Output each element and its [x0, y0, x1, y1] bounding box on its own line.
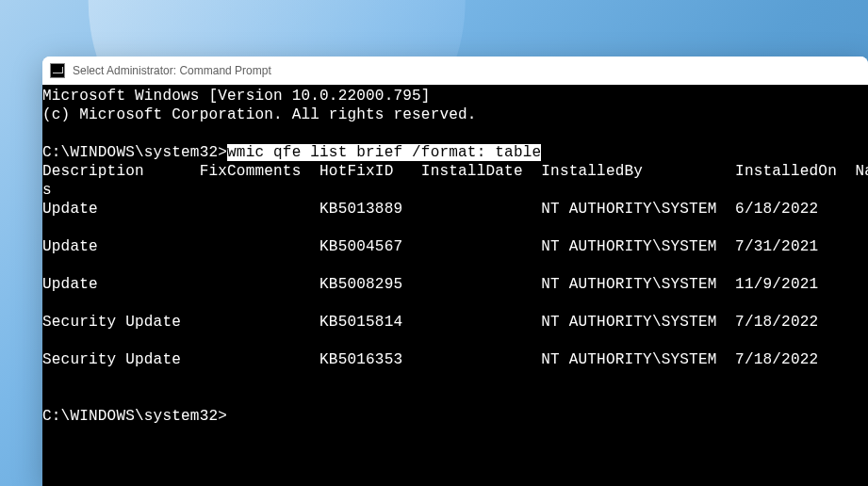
columns-header-wrap: s — [42, 182, 52, 199]
columns-header: Description FixComments HotFixID Install… — [42, 163, 868, 180]
banner-line1: Microsoft Windows [Version 10.0.22000.79… — [42, 88, 431, 105]
output-rows: Update KB5013889 NT AUTHORITY\SYSTEM 6/1… — [42, 201, 818, 368]
titlebar[interactable]: Select Administrator: Command Prompt — [42, 57, 868, 85]
banner-line2: (c) Microsoft Corporation. All rights re… — [42, 106, 477, 123]
cmd-icon — [50, 63, 65, 78]
command-text: wmic qfe list brief /format: table — [227, 144, 541, 161]
window-title: Select Administrator: Command Prompt — [73, 64, 271, 77]
prompt-cwd-2: C:\WINDOWS\system32> — [42, 408, 227, 425]
command-prompt-window[interactable]: Select Administrator: Command Prompt Mic… — [42, 57, 868, 486]
prompt-cwd: C:\WINDOWS\system32> — [42, 144, 227, 161]
terminal-body[interactable]: Microsoft Windows [Version 10.0.22000.79… — [42, 85, 868, 486]
